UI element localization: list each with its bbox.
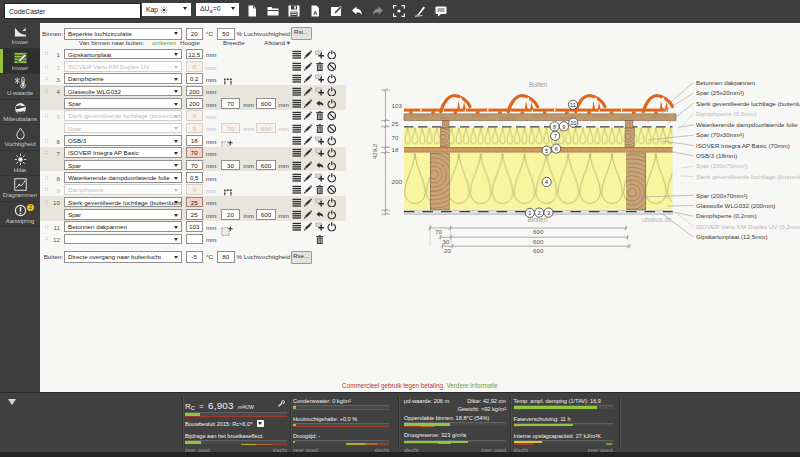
thickness-input[interactable]: 25 <box>186 197 204 208</box>
trash-button[interactable] <box>314 185 326 196</box>
material-select[interactable] <box>64 234 182 245</box>
distance-input[interactable]: 600 <box>256 123 276 134</box>
binnen-surface-select[interactable]: Beperkte luchtcirculatie <box>64 28 182 40</box>
edit-button[interactable] <box>302 222 314 233</box>
ban-button[interactable] <box>325 111 337 122</box>
power-button[interactable] <box>325 49 337 60</box>
edit-button[interactable] <box>302 61 314 72</box>
trash-button[interactable] <box>314 61 326 72</box>
spar-select[interactable]: Spar <box>64 98 182 109</box>
ban-button[interactable] <box>325 185 337 196</box>
fit-screen-button[interactable] <box>388 3 409 19</box>
notice-link[interactable]: Verdere informatie <box>446 382 497 389</box>
sidebar-item-u-waarde-2[interactable]: U-waarde <box>0 74 40 100</box>
add-button[interactable] <box>314 135 326 146</box>
trash-button[interactable] <box>314 123 326 134</box>
sidebar-item-diagrammen-6[interactable]: Diagrammen <box>0 176 40 202</box>
power-button[interactable] <box>325 148 337 159</box>
thickness-input[interactable]: 0 <box>186 123 204 134</box>
edit-button[interactable] <box>302 135 314 146</box>
thickness-input[interactable]: 70 <box>186 160 204 171</box>
power-button[interactable] <box>325 86 337 97</box>
undo-button[interactable] <box>314 209 326 220</box>
binnen-temp-input[interactable]: 20 <box>186 28 204 40</box>
thickness-input[interactable]: 0 <box>186 61 204 72</box>
edit-button[interactable] <box>302 98 314 109</box>
wrench-icon[interactable] <box>277 399 286 408</box>
thickness-input[interactable]: 70 <box>186 147 204 158</box>
menu-button[interactable] <box>291 61 303 72</box>
spar-select[interactable]: Spar <box>64 160 182 171</box>
rsi-button[interactable]: Rsi... <box>291 27 312 40</box>
width-input[interactable]: 30 <box>221 160 240 171</box>
statusbar-expand-toggle[interactable] <box>8 399 16 405</box>
material-select[interactable]: Betonnen dakpannen <box>64 221 182 232</box>
thickness-input[interactable]: 0,2 <box>186 73 204 84</box>
spar-select[interactable]: Spar <box>64 209 182 220</box>
thickness-input[interactable]: 0 <box>186 110 204 121</box>
edit-button[interactable] <box>302 172 314 183</box>
edit-button[interactable] <box>302 49 314 60</box>
menu-button[interactable] <box>291 98 303 109</box>
add-button[interactable] <box>314 172 326 183</box>
material-select[interactable]: Dampfsperre <box>64 184 182 195</box>
drag-handle[interactable] <box>44 236 49 242</box>
buiten-humidity-input[interactable]: 80 <box>217 251 235 263</box>
edit-button[interactable] <box>302 197 314 208</box>
add-button[interactable] <box>314 148 326 159</box>
bouwbesluit-select[interactable] <box>257 420 264 427</box>
menu-button[interactable] <box>291 209 303 220</box>
export-pdf-button[interactable] <box>304 3 325 19</box>
thickness-input[interactable]: 200 <box>186 86 204 97</box>
binnen-humidity-input[interactable]: 50 <box>217 28 235 40</box>
material-select[interactable]: Dampfsperre <box>64 73 182 84</box>
edit-button[interactable] <box>302 123 314 134</box>
power-button[interactable] <box>325 160 337 171</box>
drag-handle[interactable] <box>44 150 49 156</box>
power-button[interactable] <box>325 222 337 233</box>
drag-handle[interactable] <box>44 138 49 144</box>
drag-handle[interactable] <box>44 187 49 193</box>
edit-button[interactable] <box>302 74 314 85</box>
power-button[interactable] <box>325 197 337 208</box>
menu-button[interactable] <box>291 222 303 233</box>
new-document-button[interactable] <box>241 3 262 19</box>
menu-button[interactable] <box>291 172 303 183</box>
drag-handle[interactable] <box>44 199 49 205</box>
thickness-input[interactable] <box>186 234 204 245</box>
ban-button[interactable] <box>325 123 337 134</box>
sidebar-item-invoer-0[interactable]: Invoer <box>0 23 40 49</box>
menu-button[interactable] <box>291 135 303 146</box>
rse-button[interactable]: Rse... <box>291 251 312 264</box>
undo-button[interactable] <box>314 98 326 109</box>
add-button[interactable] <box>314 197 326 208</box>
comment-button[interactable] <box>430 3 451 19</box>
material-select[interactable]: Waterkerende dampdoorlatende folie <box>64 172 182 183</box>
edit-button[interactable] <box>302 86 314 97</box>
drag-handle[interactable] <box>44 76 49 82</box>
menu-button[interactable] <box>291 148 303 159</box>
material-select[interactable]: ISOVER Vario KM Duplex UV <box>64 61 182 72</box>
menu-button[interactable] <box>291 123 303 134</box>
sidebar-item-milieubalans-3[interactable]: Milieubalans <box>0 100 40 126</box>
sidebar-item-aanwijzing-7[interactable]: Aanwijzing2 <box>0 202 40 228</box>
add-button[interactable] <box>314 49 326 60</box>
thickness-input[interactable]: 200 <box>186 98 204 109</box>
reverse-link[interactable]: omkeren <box>152 39 176 46</box>
open-folder-button[interactable] <box>262 3 283 19</box>
drag-handle[interactable] <box>44 51 49 57</box>
power-button[interactable] <box>325 74 337 85</box>
menu-button[interactable] <box>291 111 303 122</box>
distance-input[interactable]: 600 <box>256 209 276 220</box>
menu-button[interactable] <box>291 197 303 208</box>
drag-handle[interactable] <box>44 88 49 94</box>
thickness-input[interactable]: 0,5 <box>186 172 204 183</box>
buiten-temp-input[interactable]: -5 <box>186 251 204 263</box>
undo-button[interactable] <box>314 160 326 171</box>
trash-button[interactable] <box>314 111 326 122</box>
edit-button[interactable] <box>302 160 314 171</box>
power-button[interactable] <box>325 209 337 220</box>
material-select[interactable]: Sterk geventileerde luchtlage (binnenluc… <box>64 110 182 121</box>
construction-type-select[interactable]: Kap <box>142 3 191 16</box>
material-select[interactable]: ISOVER Integra AP Basic <box>64 147 182 158</box>
